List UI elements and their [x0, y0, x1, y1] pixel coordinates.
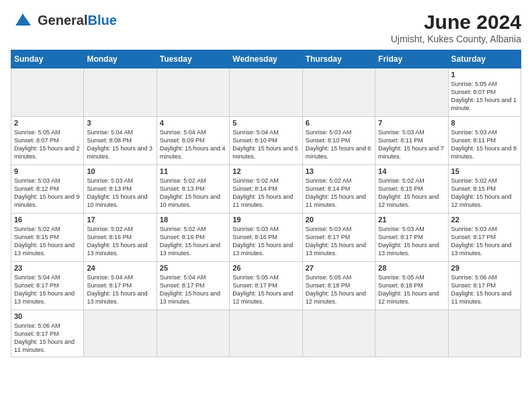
weekday-header-row: SundayMondayTuesdayWednesdayThursdayFrid…	[11, 50, 521, 68]
calendar-cell	[157, 68, 229, 117]
calendar-cell	[11, 68, 84, 117]
calendar-cell: 23Sunrise: 5:04 AM Sunset: 8:17 PM Dayli…	[11, 262, 84, 310]
day-number: 27	[306, 264, 372, 272]
day-number: 1	[451, 71, 518, 79]
day-number: 9	[14, 167, 81, 175]
day-info: Sunrise: 5:02 AM Sunset: 8:14 PM Dayligh…	[306, 177, 372, 210]
month-year: June 2024	[391, 11, 521, 34]
calendar-cell: 18Sunrise: 5:02 AM Sunset: 8:16 PM Dayli…	[157, 214, 229, 262]
weekday-header-saturday: Saturday	[448, 50, 521, 68]
day-info: Sunrise: 5:05 AM Sunset: 8:17 PM Dayligh…	[232, 273, 299, 306]
calendar-cell	[230, 310, 302, 357]
day-info: Sunrise: 5:04 AM Sunset: 8:17 PM Dayligh…	[14, 273, 81, 306]
day-info: Sunrise: 5:03 AM Sunset: 8:17 PM Dayligh…	[378, 225, 445, 258]
week-row-4: 16Sunrise: 5:02 AM Sunset: 8:15 PM Dayli…	[11, 214, 521, 262]
calendar-cell: 21Sunrise: 5:03 AM Sunset: 8:17 PM Dayli…	[375, 214, 448, 262]
day-info: Sunrise: 5:06 AM Sunset: 8:17 PM Dayligh…	[451, 273, 518, 306]
day-info: Sunrise: 5:04 AM Sunset: 8:09 PM Dayligh…	[160, 128, 226, 161]
calendar-cell	[230, 68, 302, 117]
weekday-header-tuesday: Tuesday	[157, 50, 229, 68]
calendar-cell	[302, 310, 375, 357]
day-info: Sunrise: 5:05 AM Sunset: 8:07 PM Dayligh…	[14, 128, 81, 161]
day-number: 23	[14, 264, 81, 272]
day-number: 3	[87, 119, 153, 127]
calendar-cell: 17Sunrise: 5:02 AM Sunset: 8:16 PM Dayli…	[84, 214, 157, 262]
calendar-cell	[84, 310, 157, 357]
day-info: Sunrise: 5:04 AM Sunset: 8:08 PM Dayligh…	[87, 128, 153, 161]
week-row-3: 9Sunrise: 5:03 AM Sunset: 8:12 PM Daylig…	[11, 165, 521, 214]
logo-text: GeneralBlue	[38, 13, 117, 28]
calendar-cell	[375, 310, 448, 357]
logo: GeneralBlue	[11, 11, 117, 30]
calendar-cell: 11Sunrise: 5:02 AM Sunset: 8:13 PM Dayli…	[157, 165, 229, 214]
calendar-cell: 25Sunrise: 5:04 AM Sunset: 8:17 PM Dayli…	[157, 262, 229, 310]
day-info: Sunrise: 5:02 AM Sunset: 8:13 PM Dayligh…	[160, 177, 226, 210]
calendar-cell: 8Sunrise: 5:03 AM Sunset: 8:11 PM Daylig…	[448, 117, 521, 165]
day-number: 2	[14, 119, 81, 127]
calendar-cell: 27Sunrise: 5:05 AM Sunset: 8:18 PM Dayli…	[302, 262, 375, 310]
day-number: 22	[451, 216, 518, 224]
page-header: GeneralBlue June 2024 Ujmisht, Kukes Cou…	[11, 11, 521, 44]
calendar-cell	[375, 68, 448, 117]
day-number: 13	[306, 167, 372, 175]
calendar-cell: 13Sunrise: 5:02 AM Sunset: 8:14 PM Dayli…	[302, 165, 375, 214]
day-number: 10	[87, 167, 153, 175]
day-info: Sunrise: 5:05 AM Sunset: 8:18 PM Dayligh…	[306, 273, 372, 306]
day-number: 4	[160, 119, 226, 127]
day-number: 11	[160, 167, 226, 175]
day-number: 29	[451, 264, 518, 272]
calendar-cell	[302, 68, 375, 117]
day-info: Sunrise: 5:02 AM Sunset: 8:16 PM Dayligh…	[160, 225, 226, 258]
weekday-header-friday: Friday	[375, 50, 448, 68]
calendar-cell: 26Sunrise: 5:05 AM Sunset: 8:17 PM Dayli…	[230, 262, 302, 310]
weekday-header-wednesday: Wednesday	[230, 50, 302, 68]
day-info: Sunrise: 5:03 AM Sunset: 8:17 PM Dayligh…	[306, 225, 372, 258]
calendar-cell	[84, 68, 157, 117]
day-info: Sunrise: 5:05 AM Sunset: 8:07 PM Dayligh…	[451, 80, 518, 113]
logo-icon	[11, 11, 35, 30]
calendar-cell: 4Sunrise: 5:04 AM Sunset: 8:09 PM Daylig…	[157, 117, 229, 165]
location: Ujmisht, Kukes County, Albania	[391, 34, 521, 44]
calendar-cell: 1Sunrise: 5:05 AM Sunset: 8:07 PM Daylig…	[448, 68, 521, 117]
weekday-header-monday: Monday	[84, 50, 157, 68]
day-info: Sunrise: 5:02 AM Sunset: 8:15 PM Dayligh…	[378, 177, 445, 210]
day-number: 19	[232, 216, 299, 224]
day-info: Sunrise: 5:03 AM Sunset: 8:11 PM Dayligh…	[451, 128, 518, 161]
calendar-cell: 19Sunrise: 5:03 AM Sunset: 8:16 PM Dayli…	[230, 214, 302, 262]
day-number: 20	[306, 216, 372, 224]
calendar-cell: 6Sunrise: 5:03 AM Sunset: 8:10 PM Daylig…	[302, 117, 375, 165]
day-number: 6	[306, 119, 372, 127]
calendar-cell: 22Sunrise: 5:03 AM Sunset: 8:17 PM Dayli…	[448, 214, 521, 262]
calendar-cell: 7Sunrise: 5:03 AM Sunset: 8:11 PM Daylig…	[375, 117, 448, 165]
day-number: 25	[160, 264, 226, 272]
day-info: Sunrise: 5:03 AM Sunset: 8:11 PM Dayligh…	[378, 128, 445, 161]
day-info: Sunrise: 5:04 AM Sunset: 8:17 PM Dayligh…	[87, 273, 153, 306]
day-info: Sunrise: 5:03 AM Sunset: 8:13 PM Dayligh…	[87, 177, 153, 210]
week-row-5: 23Sunrise: 5:04 AM Sunset: 8:17 PM Dayli…	[11, 262, 521, 310]
day-info: Sunrise: 5:04 AM Sunset: 8:17 PM Dayligh…	[160, 273, 226, 306]
calendar-cell: 30Sunrise: 5:06 AM Sunset: 8:17 PM Dayli…	[11, 310, 84, 357]
day-info: Sunrise: 5:02 AM Sunset: 8:15 PM Dayligh…	[14, 225, 81, 258]
day-number: 30	[14, 312, 81, 320]
day-info: Sunrise: 5:03 AM Sunset: 8:12 PM Dayligh…	[14, 177, 81, 210]
calendar-cell: 15Sunrise: 5:02 AM Sunset: 8:15 PM Dayli…	[448, 165, 521, 214]
calendar-cell: 28Sunrise: 5:05 AM Sunset: 8:18 PM Dayli…	[375, 262, 448, 310]
calendar-table: SundayMondayTuesdayWednesdayThursdayFrid…	[11, 50, 521, 357]
week-row-1: 1Sunrise: 5:05 AM Sunset: 8:07 PM Daylig…	[11, 68, 521, 117]
day-number: 8	[451, 119, 518, 127]
week-row-6: 30Sunrise: 5:06 AM Sunset: 8:17 PM Dayli…	[11, 310, 521, 357]
day-info: Sunrise: 5:04 AM Sunset: 8:10 PM Dayligh…	[232, 128, 299, 161]
calendar-cell	[448, 310, 521, 357]
day-number: 14	[378, 167, 445, 175]
calendar-cell: 3Sunrise: 5:04 AM Sunset: 8:08 PM Daylig…	[84, 117, 157, 165]
day-number: 18	[160, 216, 226, 224]
calendar-cell: 24Sunrise: 5:04 AM Sunset: 8:17 PM Dayli…	[84, 262, 157, 310]
calendar-cell: 5Sunrise: 5:04 AM Sunset: 8:10 PM Daylig…	[230, 117, 302, 165]
day-info: Sunrise: 5:03 AM Sunset: 8:16 PM Dayligh…	[232, 225, 299, 258]
day-info: Sunrise: 5:02 AM Sunset: 8:16 PM Dayligh…	[87, 225, 153, 258]
title-block: June 2024 Ujmisht, Kukes County, Albania	[391, 11, 521, 44]
day-info: Sunrise: 5:03 AM Sunset: 8:17 PM Dayligh…	[451, 225, 518, 258]
day-number: 7	[378, 119, 445, 127]
calendar-cell: 10Sunrise: 5:03 AM Sunset: 8:13 PM Dayli…	[84, 165, 157, 214]
day-info: Sunrise: 5:02 AM Sunset: 8:15 PM Dayligh…	[451, 177, 518, 210]
